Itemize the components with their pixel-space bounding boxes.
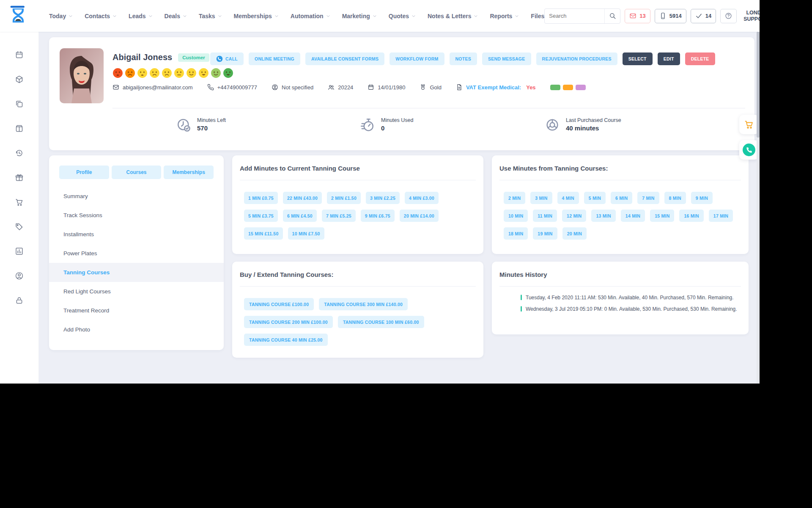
app-logo-hourglass-icon[interactable] [9,5,27,27]
online-meeting-button[interactable]: ONLINE MEETING [249,52,300,65]
mood-5-icon[interactable] [162,68,172,78]
add-minutes-button-22-min-43-00[interactable]: 22 MIN £43.00 [283,192,322,204]
floating-cart-button[interactable] [739,115,759,134]
buy-course-button-tanning-course-300-min-140-00[interactable]: TANNING COURSE 300 MIN £140.00 [319,298,408,310]
add-minutes-button-6-min-4-50[interactable]: 6 MIN £4.50 [283,210,317,222]
nav-item-today[interactable]: Today [49,13,73,19]
add-minutes-button-5-min-3-75[interactable]: 5 MIN £3.75 [244,210,278,222]
add-minutes-button-20-min-14-00[interactable]: 20 MIN £14.00 [400,210,439,222]
scrollbar-track[interactable] [757,32,760,384]
nav-item-automation[interactable]: Automation [291,13,331,19]
add-minutes-button-2-min-1-50[interactable]: 2 MIN £1.50 [327,192,361,204]
mood-10-icon[interactable] [223,68,233,78]
nav-item-files[interactable]: Files [531,13,544,19]
tab-courses[interactable]: Courses [112,166,162,179]
use-minutes-button-5-min[interactable]: 5 MIN [584,192,606,204]
cube-icon[interactable] [15,75,24,84]
notes-button[interactable]: NOTES [450,52,477,65]
side-menu-item-installments[interactable]: Installments [49,225,224,244]
add-minutes-button-1-min-0-75[interactable]: 1 MIN £0.75 [244,192,278,204]
delete-button[interactable]: DELETE [685,52,715,65]
use-minutes-button-6-min[interactable]: 6 MIN [611,192,632,204]
tag-icon[interactable] [15,222,24,231]
search-input[interactable] [545,13,604,19]
use-minutes-button-17-min[interactable]: 17 MIN [709,210,733,222]
floating-call-button[interactable] [739,140,759,160]
mood-7-icon[interactable] [186,68,197,78]
use-minutes-button-18-min[interactable]: 18 MIN [504,227,528,240]
side-menu-item-red-light-courses[interactable]: Red Light Courses [49,282,224,301]
buy-course-button-tanning-course-100-min-60-00[interactable]: TANNING COURSE 100 MIN £60.00 [338,316,424,328]
edit-button[interactable]: EDIT [658,52,680,65]
workflow-form-button[interactable]: WORKFLOW FORM [390,52,444,65]
mobile-badge-button[interactable]: 5914 [655,9,686,23]
side-menu-item-power-plates[interactable]: Power Plates [49,244,224,263]
use-minutes-button-20-min[interactable]: 20 MIN [562,227,587,240]
tab-profile[interactable]: Profile [59,166,109,179]
use-minutes-button-7-min[interactable]: 7 MIN [637,192,659,204]
chart-icon[interactable] [15,247,24,256]
question-badge-button[interactable] [720,9,737,23]
side-menu-item-treatment-record[interactable]: Treatment Record [49,301,224,320]
available-consent-forms-button[interactable]: AVAILABLE CONSENT FORMS [305,52,384,65]
history-icon[interactable] [15,149,24,157]
use-minutes-button-10-min[interactable]: 10 MIN [504,210,528,222]
mood-1-icon[interactable] [112,68,123,78]
check-badge-button[interactable]: 14 [691,9,716,23]
use-minutes-button-12-min[interactable]: 12 MIN [562,210,586,222]
use-minutes-button-13-min[interactable]: 13 MIN [591,210,615,222]
nav-item-memberships[interactable]: Memberships [234,13,279,19]
use-minutes-button-9-min[interactable]: 9 MIN [691,192,713,204]
user-icon[interactable] [15,271,24,280]
mood-4-icon[interactable] [149,68,160,78]
package-icon[interactable] [15,124,24,133]
nav-item-contacts[interactable]: Contacts [85,13,117,19]
add-minutes-button-9-min-6-75[interactable]: 9 MIN £6.75 [361,210,395,222]
nav-item-quotes[interactable]: Quotes [389,13,416,19]
use-minutes-button-15-min[interactable]: 15 MIN [650,210,674,222]
rejuvenation-procedures-button[interactable]: REJUVENATION PROCEDURES [536,52,617,65]
mood-8-icon[interactable] [198,68,209,78]
mail-badge-button[interactable]: 13 [625,9,650,23]
use-minutes-button-11-min[interactable]: 11 MIN [533,210,557,222]
mood-2-icon[interactable] [125,68,135,78]
copy-icon[interactable] [15,99,24,108]
gift-icon[interactable] [15,173,24,182]
send-message-button[interactable]: SEND MESSAGE [482,52,531,65]
nav-item-reports[interactable]: Reports [490,13,519,19]
nav-item-leads[interactable]: Leads [129,13,153,19]
scrollbar-thumb[interactable] [757,32,760,138]
use-minutes-button-8-min[interactable]: 8 MIN [664,192,686,204]
add-minutes-button-7-min-5-25[interactable]: 7 MIN £5.25 [322,210,356,222]
use-minutes-button-14-min[interactable]: 14 MIN [621,210,645,222]
side-menu-item-tanning-courses[interactable]: Tanning Courses [49,263,224,282]
use-minutes-button-2-min[interactable]: 2 MIN [504,192,525,204]
call-button[interactable]: CALL [210,52,244,65]
side-menu-item-track-sessions[interactable]: Track Sessions [49,206,224,225]
nav-item-deals[interactable]: Deals [165,13,187,19]
add-minutes-button-4-min-3-00[interactable]: 4 MIN £3.00 [405,192,439,204]
use-minutes-button-16-min[interactable]: 16 MIN [679,210,703,222]
add-minutes-button-3-min-2-25[interactable]: 3 MIN £2.25 [366,192,400,204]
use-minutes-button-4-min[interactable]: 4 MIN [557,192,579,204]
side-menu-item-add-photo[interactable]: Add Photo [49,320,224,339]
add-minutes-button-15-min-11-50[interactable]: 15 MIN £11.50 [244,227,283,240]
search-icon[interactable] [604,9,620,23]
buy-course-button-tanning-course-40-min-25-00[interactable]: TANNING COURSE 40 MIN £25.00 [244,334,328,346]
side-menu-item-summary[interactable]: Summary [49,187,224,206]
lock-icon[interactable] [15,296,24,305]
calendar-icon[interactable] [15,50,24,59]
nav-item-tasks[interactable]: Tasks [199,13,222,19]
nav-item-marketing[interactable]: Marketing [342,13,377,19]
mood-6-icon[interactable] [174,68,184,78]
select-button[interactable]: SELECT [623,52,653,65]
buy-course-button-tanning-course-200-min-100-00[interactable]: TANNING COURSE 200 MIN £100.00 [244,316,333,328]
use-minutes-button-3-min[interactable]: 3 MIN [530,192,552,204]
use-minutes-button-19-min[interactable]: 19 MIN [533,227,557,240]
add-minutes-button-10-min-7-50[interactable]: 10 MIN £7.50 [288,227,324,240]
mood-9-icon[interactable] [211,68,221,78]
nav-item-notes-letters[interactable]: Notes & Letters [428,13,478,19]
buy-course-button-tanning-course-100-00[interactable]: TANNING COURSE £100.00 [244,298,314,310]
tab-memberships[interactable]: Memberships [164,166,214,179]
cart-icon[interactable] [15,198,24,207]
